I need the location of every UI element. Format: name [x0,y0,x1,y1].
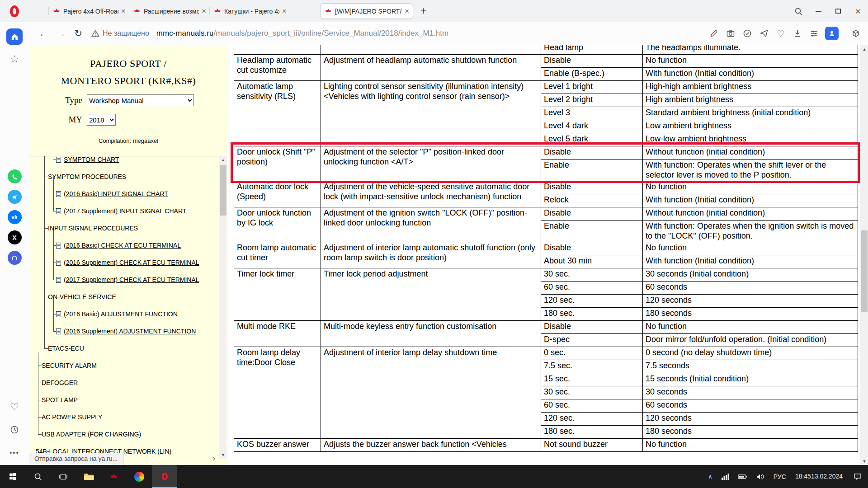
bookmarks-star-icon[interactable]: ☆ [6,51,23,67]
new-tab-button[interactable]: + [420,5,426,17]
security-label: Не защищено [103,29,149,38]
url-path: /manuals/pajero_sport_iii/online/Service… [213,29,448,38]
result-cell: High ambient brightness [643,94,858,107]
tree-link[interactable]: SYMPTOM CHART [29,156,219,168]
tree-item: SYMPTOM PROCEDURES [29,168,219,185]
close-button[interactable]: × [848,0,868,22]
scrollbar-thumb[interactable] [220,165,226,216]
setting-cell: 120 sec. [541,412,643,425]
browser-tab[interactable]: Катушки - Pajero 4x4 Off-× [210,3,290,19]
function-cell: Automatic door lock (Speed) [234,181,321,207]
result-cell: No function [643,54,858,67]
result-cell: 60 seconds [643,399,858,412]
setting-cell: Disable [541,181,643,194]
snapshot-camera-icon[interactable] [725,28,736,39]
bookmark-heart-icon[interactable]: ♡ [775,28,787,39]
table-row: Multi mode RKEMulti-mode keyless entry f… [234,320,858,333]
table-row: Door unlock function by IG lockAdjustmen… [234,207,858,220]
result-cell: 30 seconds (Initial condition) [643,268,858,281]
scrollbar-thumb[interactable] [861,230,868,312]
battery-icon[interactable] [734,465,752,488]
extensions-cube-icon[interactable] [850,28,862,39]
type-select[interactable]: Workshop Manual [87,94,194,106]
opera-menu-button[interactable] [0,5,29,17]
result-cell: No function [643,320,858,333]
vk-icon[interactable]: vk [8,210,22,224]
tree-link[interactable]: (2016 Basic) CHECK AT ECU TERMINAL [29,237,219,254]
setting-cell: Disable [541,54,643,67]
tab-favicon-icon [52,9,61,14]
browser-tab[interactable]: [W/M]PAJERO SPORT/MO× [320,3,413,19]
history-clock-icon[interactable] [6,422,23,438]
home-speed-dial-button[interactable] [6,28,23,45]
scroll-down-icon[interactable]: ▼ [219,451,227,459]
tab-close-icon[interactable]: × [282,7,287,16]
result-cell: With function (Initial condition) [643,67,858,80]
tree-link[interactable]: (2017 Supplement) INPUT SIGNAL CHART [29,202,219,220]
document-icon [56,191,61,197]
scroll-down-icon[interactable]: ▼ [860,457,868,465]
file-explorer-icon[interactable] [76,465,101,488]
browser-tab[interactable]: Pajero 4x4 Off-Road Club× [49,3,129,19]
site-security-chip[interactable]: Не защищено [91,29,149,38]
x-twitter-icon[interactable]: X [8,230,22,244]
reload-icon[interactable]: ↻ [70,28,87,39]
hidden-icons-chevron[interactable]: ∧ [704,465,717,488]
badge-check-icon[interactable] [741,28,753,39]
whatsapp-icon[interactable] [8,169,22,183]
tree-link[interactable]: (2016 Basic) INPUT SIGNAL CHART [29,185,219,202]
scroll-up-icon[interactable]: ▲ [860,45,868,53]
network-icon[interactable] [717,465,734,488]
vk-music-icon[interactable] [8,251,22,265]
tab-title: Катушки - Pajero 4x4 Off- [224,8,279,15]
tree-item-label: ON-VEHICLE SERVICE [48,293,116,300]
tab-close-icon[interactable]: × [405,7,409,16]
minimize-button[interactable] [808,0,828,22]
url-field[interactable]: mmc-manuals.ru/manuals/pajero_sport_iii/… [156,29,448,38]
sidebar-settings-dots-icon[interactable]: ••• [6,444,23,460]
mitsubishi-app-icon[interactable] [101,465,127,488]
nav-scrollbar[interactable]: ▲ ▼ [219,156,226,459]
setting-cell: Level 3 [541,107,643,120]
task-view-icon[interactable] [51,465,76,488]
edit-share-icon[interactable] [708,28,720,39]
panel-expand-chevron[interactable]: › [212,453,215,463]
search-tabs-icon[interactable] [788,0,808,22]
my-select[interactable]: 2018 [87,114,116,126]
table-row: Automatic lamp sensitivity (RLS)Lighting… [234,80,858,94]
table-row: Automatic door lock (Speed)Adjustment of… [234,181,858,194]
tree-link[interactable]: (2016 Supplement) CHECK AT ECU TERMINAL [29,254,219,271]
description-cell [321,45,541,54]
tab-close-icon[interactable]: × [121,7,126,16]
opera-taskbar-icon[interactable] [152,465,177,488]
volume-icon[interactable] [752,465,769,488]
downloads-icon[interactable] [792,28,803,39]
language-indicator[interactable]: РУС [769,465,791,488]
function-cell: Room lamp delay time:Door Close [234,347,321,438]
tree-item: ETACS-ECU [29,340,219,357]
tree-link[interactable]: (2016 Supplement) ADJUSTMENT FUNCTION [29,323,219,340]
favorites-heart-icon[interactable]: ♡ [6,399,23,415]
browser-tab[interactable]: Расширение возможност× [129,3,210,19]
action-center-icon[interactable] [847,465,868,488]
back-icon[interactable]: ← [35,28,52,39]
result-cell: The headlamps illuminate. [643,45,858,54]
forward-icon[interactable]: → [52,28,70,39]
profile-icon[interactable] [825,27,839,40]
tree-link[interactable]: (2016 Basic) ADJUSTMENT FUNCTION [29,305,219,323]
scroll-up-icon[interactable]: ▲ [219,156,227,164]
result-cell: Without function (initial condition) [643,146,858,159]
taskbar-search-icon[interactable] [25,465,51,488]
setting-cell: Disable [541,320,643,333]
page-scrollbar[interactable]: ▲ ▼ [860,45,868,465]
maximize-button[interactable] [828,0,848,22]
settings-sliders-icon[interactable] [808,28,820,39]
tab-close-icon[interactable]: × [202,7,206,16]
graphics-app-icon[interactable] [127,465,152,488]
function-cell: Timer lock timer [234,268,321,320]
tree-link[interactable]: (2017 Supplement) CHECK AT ECU TERMINAL [29,271,219,288]
windows-taskbar: ∧ РУС 18:45 13.02.2024 [0,465,868,488]
clock[interactable]: 18:45 13.02.2024 [791,465,847,488]
start-button[interactable] [0,465,25,488]
send-to-device-icon[interactable] [758,28,770,39]
